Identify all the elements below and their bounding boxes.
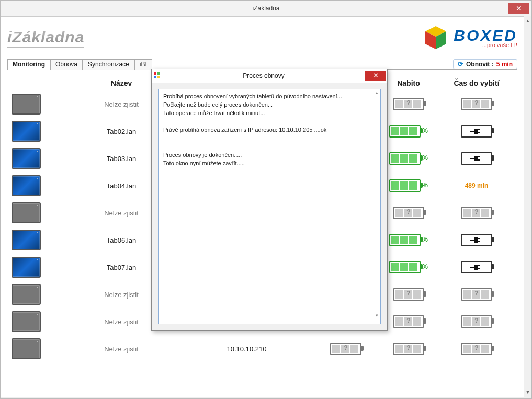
svg-rect-5	[474, 238, 478, 242]
charge-level-icon: ?	[393, 343, 424, 355]
device-icon	[12, 202, 41, 223]
tabstrip: Monitoring Obnova Synchronizace iBI ⟳ Ob…	[7, 58, 517, 70]
scroll-up-icon[interactable]: ▲	[525, 17, 531, 25]
tab-obnova[interactable]: Obnova	[50, 59, 83, 70]
titlebar: iZákladna ✕	[1, 1, 531, 17]
dialog-title: Proces obnovy	[162, 72, 365, 79]
brand-logo-text: iZákladna	[7, 28, 84, 48]
device-icon	[12, 284, 41, 305]
charge-level-icon: ?	[393, 98, 424, 110]
dialog-scroll-up-icon[interactable]: ▴	[373, 90, 380, 95]
dialog-scroll-down-icon[interactable]: ▾	[373, 313, 380, 318]
device-icon	[12, 311, 41, 332]
time-to-discharge: 489 min	[465, 182, 489, 189]
device-name: Nelze zjistit	[104, 345, 139, 353]
refresh-icon: ⟳	[458, 60, 463, 68]
device-icon	[12, 230, 41, 250]
restore-dialog: Proces obnovy ✕ Probíhá proces obnovení …	[151, 69, 388, 331]
cube-icon	[423, 25, 448, 50]
charge-level-icon: ?	[393, 315, 424, 328]
device-name: Nelze zjistit	[104, 100, 139, 108]
time-unknown-icon: ?	[461, 343, 492, 355]
time-unknown-icon: ?	[461, 98, 492, 110]
time-unknown-icon: ?	[461, 288, 492, 301]
plug-icon	[461, 152, 492, 165]
dialog-titlebar: Proces obnovy ✕	[152, 69, 387, 83]
vendor-text: BOXED ...pro vaše IT!	[454, 28, 517, 48]
plug-icon	[461, 125, 492, 138]
svg-rect-6	[474, 265, 478, 269]
scroll-down-icon[interactable]: ▼	[525, 389, 531, 396]
charge-level-icon	[389, 261, 421, 273]
device-name: Tab03.lan	[107, 155, 136, 163]
brand-logo: iZákladna	[7, 28, 84, 48]
dialog-close-button[interactable]: ✕	[365, 71, 386, 81]
charge-level-icon	[389, 125, 421, 138]
tab-synchronizace[interactable]: Synchronizace	[83, 59, 134, 70]
plug-icon	[461, 234, 492, 246]
device-icon	[12, 175, 41, 196]
device-name: Tab02.lan	[107, 128, 136, 135]
main-window: iZákladna ✕ iZákladna BOXED ...pro vaše …	[0, 0, 532, 399]
svg-rect-4	[474, 156, 478, 161]
header: iZákladna BOXED ...pro vaše IT!	[7, 22, 517, 58]
charge-level-icon: ?	[393, 207, 424, 219]
refresh-label: Obnovit :	[466, 61, 494, 68]
device-icon	[12, 338, 41, 359]
charge-level-icon	[389, 234, 421, 246]
device-name: Tab07.lan	[107, 264, 136, 271]
device-icon	[12, 257, 41, 278]
device-name: Nelze zjistit	[104, 318, 139, 326]
tab-monitoring[interactable]: Monitoring	[7, 59, 50, 70]
device-icon	[12, 121, 41, 142]
charge-level-icon	[389, 152, 421, 165]
dialog-scrollbar[interactable]: ▴ ▾	[373, 90, 380, 323]
device-icon	[12, 148, 41, 169]
col-time: Čas do vybití	[440, 79, 513, 87]
charge-level-icon: ?	[393, 288, 424, 301]
window-close-button[interactable]: ✕	[508, 3, 529, 14]
svg-rect-3	[474, 129, 478, 133]
window-title: iZákladna	[252, 1, 279, 16]
time-unknown-icon: ?	[461, 315, 492, 328]
battery-icon: ?	[330, 343, 361, 355]
device-name: Nelze zjistit	[104, 209, 139, 217]
vendor-logo: BOXED ...pro vaše IT!	[423, 25, 517, 50]
tab-ibi[interactable]: iBI	[134, 59, 152, 70]
refresh-value: 5 min	[496, 61, 513, 68]
charge-level-icon	[389, 179, 421, 192]
device-icon	[12, 94, 41, 115]
device-name: Nelze zjistit	[104, 291, 139, 299]
table-row[interactable]: Nelze zjistit10.10.10.210???	[7, 335, 517, 362]
window-scrollbar[interactable]: ▲ ▼	[524, 16, 531, 397]
dialog-textarea[interactable]: Probíhá proces obnovení vybraných tablet…	[158, 89, 381, 324]
device-name: Tab04.lan	[107, 182, 136, 190]
time-unknown-icon: ?	[461, 207, 492, 219]
device-name: Tab06.lan	[107, 236, 136, 244]
refresh-indicator[interactable]: ⟳ Obnovit : 5 min	[453, 59, 517, 69]
device-ip: 10.10.10.210	[227, 345, 267, 353]
vendor-word: BOXED	[454, 28, 517, 43]
dialog-app-icon	[152, 72, 162, 80]
plug-icon	[461, 261, 492, 273]
